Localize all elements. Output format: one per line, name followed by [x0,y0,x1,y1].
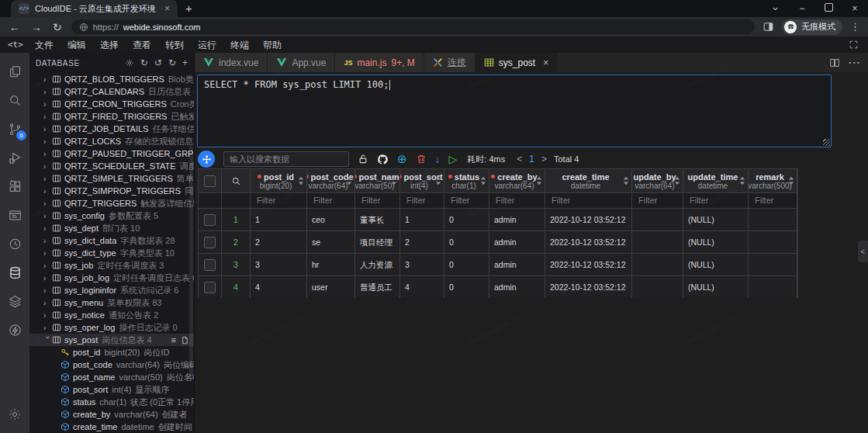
unlock-icon[interactable] [358,154,368,165]
data-cell[interactable]: 2022-10-12 03:52:12 [545,254,632,275]
data-cell[interactable] [632,254,683,275]
row-select-cell[interactable] [199,254,222,275]
delete-row-icon[interactable] [416,154,427,165]
filter-input[interactable]: Filter [545,193,632,208]
split-editor-icon[interactable] [829,57,840,68]
tree-table-QRTZ_TRIGGERS[interactable]: ›QRTZ_TRIGGERS触发器详细信息表 3 [29,197,194,210]
prev-page-button[interactable]: < [517,154,522,165]
refresh-icon[interactable]: ↻ [168,57,176,68]
data-cell[interactable]: 0 [444,254,489,275]
data-cell[interactable]: 0 [444,231,489,253]
reload-button[interactable]: ↻ [53,21,62,33]
forward-button[interactable]: → [31,21,42,33]
settings-gear-icon[interactable] [0,400,29,428]
data-cell[interactable]: 人力资源 [355,254,400,275]
data-cell[interactable] [632,231,683,253]
table-row[interactable]: 11ceo董事长10admin2022-10-12 03:52:12(NULL) [199,208,797,230]
sidebar-scrollbar[interactable] [189,146,193,379]
lightning-icon[interactable] [0,316,29,345]
tab-split-icon[interactable] [763,21,774,33]
resize-handle-icon[interactable] [823,139,830,146]
data-cell[interactable]: 董事长 [355,209,400,230]
data-cell[interactable]: 4 [400,276,444,298]
column-header-post_sort[interactable]: post_sortint(4) [400,169,444,192]
close-tab-icon[interactable]: × [543,57,548,68]
tree-table-QRTZ_PAUSED_TRIGGER_GRPS[interactable]: ›QRTZ_PAUSED_TRIGGER_GRPS暂... [29,147,194,160]
tree-table-QRTZ_FIRED_TRIGGERS[interactable]: ›QRTZ_FIRED_TRIGGERS已触发的触... [29,110,194,123]
data-cell[interactable]: 0 [444,276,489,298]
close-window-button[interactable]: × [842,3,868,14]
data-cell[interactable]: admin [489,209,545,230]
explorer-icon[interactable] [0,57,29,86]
minimize-button[interactable]: − [789,3,815,14]
settings-connection-icon[interactable] [125,58,134,68]
tree-table-sys_oper_log[interactable]: ›sys_oper_log操作日志记录 0 [29,321,194,334]
sort-icon[interactable] [536,176,542,185]
data-cell[interactable]: (NULL) [683,209,749,230]
data-cell[interactable] [632,276,683,298]
tree-table-QRTZ_CALENDARS[interactable]: ›QRTZ_CALENDARS日历信息表 0 [29,85,194,98]
menu-item[interactable]: 选择 [93,40,126,50]
column-header-create_time[interactable]: create_timedatetime [545,169,632,192]
current-page-label[interactable]: 1 [529,154,534,165]
layers-icon[interactable] [0,287,29,316]
tree-field-post_sort[interactable]: post_sortint(4)显示顺序 [29,383,194,396]
new-tab-button[interactable]: + [185,2,192,15]
data-cell[interactable]: 1 [400,209,444,230]
data-cell[interactable]: 2 [251,231,307,253]
data-cell[interactable]: admin [489,276,545,298]
sort-icon[interactable] [480,176,486,185]
data-cell[interactable] [749,209,797,230]
tab-sys_post[interactable]: sys_post× [475,53,558,72]
tree-table-QRTZ_SIMPROP_TRIGGERS[interactable]: ›QRTZ_SIMPROP_TRIGGERS同步机... [29,185,194,197]
tree-table-QRTZ_LOCKS[interactable]: ›QRTZ_LOCKS存储的悲观锁信息表 2 [29,135,194,147]
select-all-checkbox[interactable] [204,175,216,187]
tree-table-sys_job[interactable]: ›sys_job定时任务调度表 3 [29,259,194,272]
tree-table-sys_post[interactable]: ›sys_post岗位信息表 4≡ [29,334,194,346]
back-button[interactable]: ← [9,21,20,33]
fullscreen-icon[interactable] [849,40,859,50]
row-select-cell[interactable] [199,231,222,253]
sort-icon[interactable] [788,176,794,185]
menu-item[interactable]: 文件 [28,40,61,50]
tab-main.js[interactable]: JSmain.js 9+, M [335,53,424,72]
data-cell[interactable]: user [307,276,355,298]
tree-table-QRTZ_BLOB_TRIGGERS[interactable]: ›QRTZ_BLOB_TRIGGERSBlob类型的... [29,73,194,85]
report-panel-icon[interactable] [0,201,29,230]
table-row[interactable]: 33hr人力资源30admin2022-10-12 03:52:12(NULL) [199,253,797,275]
tree-table-sys_menu[interactable]: ›sys_menu菜单权限表 83 [29,296,194,309]
column-header-post_name[interactable]: post_namevarchar(50) [355,169,400,192]
browser-menu-icon[interactable]: ⋮ [850,21,860,33]
sort-icon[interactable] [435,176,441,185]
filter-input[interactable]: Filter [251,193,307,208]
tree-table-sys_dict_data[interactable]: ›sys_dict_data字典数据表 28 [29,234,194,247]
data-cell[interactable]: 3 [251,254,307,275]
data-cell[interactable]: (NULL) [683,276,749,298]
menu-item[interactable]: 查看 [126,40,158,50]
tree-table-sys_job_log[interactable]: ›sys_job_log定时任务调度日志表 0 [29,272,194,284]
sort-icon[interactable] [674,176,680,185]
menu-item[interactable]: 终端 [223,40,256,50]
tree-table-sys_logininfor[interactable]: ›sys_logininfor系统访问记录 6 [29,284,194,296]
url-input[interactable]: https://webide.sinosoft.com [71,19,755,34]
column-header-update_by[interactable]: update_byvarchar(64) [632,169,683,192]
incognito-badge[interactable]: 无痕模式 [782,19,842,35]
filter-input[interactable]: Filter [683,193,749,208]
tree-field-create_by[interactable]: create_byvarchar(64)创建者 [29,408,194,421]
github-icon[interactable] [377,154,389,165]
run-query-icon[interactable]: ▷ [449,153,458,165]
data-cell[interactable]: 2022-10-12 03:52:12 [545,209,632,230]
data-cell[interactable]: admin [489,231,545,253]
filter-input[interactable]: Filter [400,193,444,208]
browser-tab[interactable]: </> CloudIDE - 云原生集成开发环境 × [11,0,178,17]
data-cell[interactable]: 3 [400,254,444,275]
row-checkbox[interactable] [204,282,216,293]
data-cell[interactable]: se [307,231,355,253]
source-control-icon[interactable]: 6 [0,115,29,144]
data-cell[interactable]: hr [307,254,355,275]
row-search-cell[interactable] [222,169,251,192]
filter-input[interactable]: Filter [444,193,489,208]
extensions-icon[interactable] [0,172,29,201]
move-button[interactable] [198,151,215,168]
sort-icon[interactable] [739,176,745,185]
